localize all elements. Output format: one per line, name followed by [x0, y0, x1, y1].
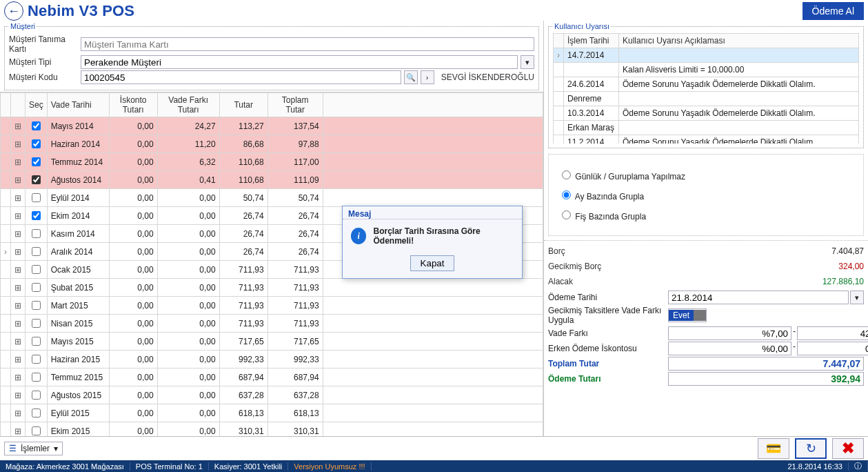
col-arrow	[1, 93, 11, 117]
row-checkbox[interactable]	[32, 301, 41, 310]
row-checkbox[interactable]	[32, 337, 41, 346]
radio-fis[interactable]: Fiş Bazında Grupla	[558, 212, 646, 222]
expand-icon[interactable]: ⊞	[11, 243, 26, 261]
row-checkbox[interactable]	[32, 121, 41, 130]
row-checkbox[interactable]	[32, 265, 41, 274]
row-checkbox[interactable]	[32, 426, 41, 435]
cell-iskonto: 0,00	[109, 261, 157, 279]
cell-vade: Şubat 2015	[47, 279, 109, 297]
warning-row[interactable]: 24.6.2014Ödeme Sorunu Yaşadık Ödemelerde…	[554, 77, 859, 92]
cell-vade: Nisan 2015	[47, 315, 109, 333]
row-checkbox[interactable]	[32, 229, 41, 238]
table-row[interactable]: ⊞Eylül 20150,000,00618,13618,13	[1, 404, 543, 422]
expand-icon[interactable]: ⊞	[11, 386, 26, 404]
table-row[interactable]: ⊞Mayıs 20140,0024,27113,27137,54	[1, 117, 543, 135]
vade-farki-label: Vade Farkı	[548, 328, 665, 338]
table-row[interactable]: ⊞Temmuz 20140,006,32110,68117,00	[1, 153, 543, 171]
table-row[interactable]: ⊞Mart 20150,000,00711,93711,93	[1, 297, 543, 315]
tip-dropdown-button[interactable]: ▾	[521, 55, 534, 69]
row-checkbox[interactable]	[32, 373, 41, 382]
warning-row[interactable]: 11.2.2014Ödeme Sorunu Yaşadık Ödemelerde…	[554, 135, 859, 144]
radio-ay[interactable]: Ay Bazında Grupla	[558, 192, 644, 201]
row-checkbox[interactable]	[32, 319, 41, 328]
back-button[interactable]: ←	[4, 1, 23, 21]
expand-icon[interactable]: ⊞	[11, 297, 26, 315]
dialog-close-button[interactable]: Kapat	[410, 255, 455, 271]
row-checkbox[interactable]	[32, 175, 41, 184]
expand-icon[interactable]: ⊞	[11, 279, 26, 297]
gecik-taksit-toggle[interactable]: Evet	[668, 308, 707, 322]
user-warning-grid[interactable]: İşlem Tarihi Kullanıcı Uyarısı Açıklamas…	[553, 33, 859, 144]
warn-date: 14.7.2014	[564, 48, 619, 63]
row-checkbox[interactable]	[32, 211, 41, 220]
row-checkbox[interactable]	[32, 247, 41, 256]
receipt-button[interactable]: 💳	[758, 438, 789, 459]
warning-row[interactable]: Erkan Maraş	[554, 121, 859, 135]
kodu-input[interactable]	[81, 70, 401, 84]
expand-icon[interactable]: ⊞	[11, 333, 26, 351]
expand-icon[interactable]: ⊞	[11, 404, 26, 422]
toplam-value[interactable]	[668, 357, 864, 371]
expand-icon[interactable]: ⊞	[11, 135, 26, 153]
erken-amt-input[interactable]	[797, 342, 868, 355]
kodu-next-button[interactable]: ›	[421, 70, 434, 84]
expand-icon[interactable]: ⊞	[11, 117, 26, 135]
row-checkbox[interactable]	[32, 139, 41, 148]
vade-farki-amt-input[interactable]	[797, 326, 868, 340]
odeme-tarihi-dropdown[interactable]: ▾	[850, 291, 864, 304]
row-checkbox[interactable]	[32, 157, 41, 166]
table-row[interactable]: ⊞Temmuz 20150,000,00687,94687,94	[1, 368, 543, 386]
warn-date: 11.2.2014	[564, 135, 619, 144]
cell-tutar: 711,93	[219, 297, 268, 315]
expand-icon[interactable]: ⊞	[11, 171, 26, 189]
cell-iskonto: 0,00	[109, 189, 157, 207]
expand-icon[interactable]: ⊞	[11, 207, 26, 225]
tip-input[interactable]	[81, 55, 518, 69]
cell-iskonto: 0,00	[109, 225, 157, 243]
close-button[interactable]: ✖	[832, 438, 864, 459]
warning-row[interactable]: Denreme	[554, 92, 859, 106]
odeme-al-button[interactable]: Ödeme Al	[803, 2, 864, 20]
warning-row[interactable]: 10.3.2014Ödeme Sorunu Yaşadık Ödemelerde…	[554, 106, 859, 121]
table-row[interactable]: ⊞Ağustos 20150,000,00637,28637,28	[1, 386, 543, 404]
odeme-tarihi-input[interactable]	[668, 291, 849, 304]
table-row[interactable]: ⊞Nisan 20150,000,00711,93711,93	[1, 315, 543, 333]
expand-icon[interactable]: ⊞	[11, 189, 26, 207]
tanima-input[interactable]	[81, 37, 534, 51]
table-row[interactable]: ⊞Haziran 20150,000,00992,33992,33	[1, 351, 543, 368]
radio-gunluk[interactable]: Günlük / Guruplama Yapılmaz	[558, 172, 685, 181]
kodu-search-button[interactable]: 🔍	[404, 70, 418, 84]
odeme-tutari-input[interactable]	[668, 372, 864, 386]
col-expand	[11, 93, 26, 117]
table-row[interactable]: ⊞Ekim 20150,000,00310,31310,31	[1, 422, 543, 437]
cell-tutar: 711,93	[219, 315, 268, 333]
row-checkbox[interactable]	[32, 283, 41, 292]
expand-icon[interactable]: ⊞	[11, 225, 26, 243]
row-checkbox[interactable]	[32, 355, 41, 364]
warning-row[interactable]: ›14.7.2014	[554, 48, 859, 63]
cell-vade: Haziran 2014	[47, 135, 109, 153]
row-checkbox[interactable]	[32, 193, 41, 202]
cell-vft: 0,00	[157, 297, 219, 315]
table-row[interactable]: ⊞Eylül 20140,000,0050,7450,74	[1, 189, 543, 207]
expand-icon[interactable]: ⊞	[11, 153, 26, 171]
customer-legend: Müşteri	[9, 22, 37, 30]
refresh-button[interactable]: ↻	[795, 438, 827, 459]
expand-icon[interactable]: ⊞	[11, 368, 26, 386]
vade-farki-pct-input[interactable]	[668, 326, 791, 340]
table-row[interactable]: ⊞Mayıs 20150,000,00717,65717,65	[1, 333, 543, 351]
islemler-button[interactable]: ☰ İşlemler ▾	[4, 442, 63, 455]
cell-tutar: 992,33	[219, 351, 268, 368]
row-checkbox[interactable]	[32, 409, 41, 417]
row-checkbox[interactable]	[32, 391, 41, 400]
close-icon: ✖	[842, 440, 854, 458]
expand-icon[interactable]: ⊞	[11, 315, 26, 333]
expand-icon[interactable]: ⊞	[11, 422, 26, 437]
table-row[interactable]: ⊞Haziran 20140,0011,2086,6897,88	[1, 135, 543, 153]
warning-row[interactable]: Kalan Alisveris Limiti = 10,000.00	[554, 63, 859, 77]
erken-pct-input[interactable]	[668, 342, 791, 355]
expand-icon[interactable]: ⊞	[11, 261, 26, 279]
table-row[interactable]: ⊞Ağustos 20140,000,41110,68111,09	[1, 171, 543, 189]
expand-icon[interactable]: ⊞	[11, 351, 26, 368]
table-row[interactable]: ⊞Şubat 20150,000,00711,93711,93	[1, 279, 543, 297]
